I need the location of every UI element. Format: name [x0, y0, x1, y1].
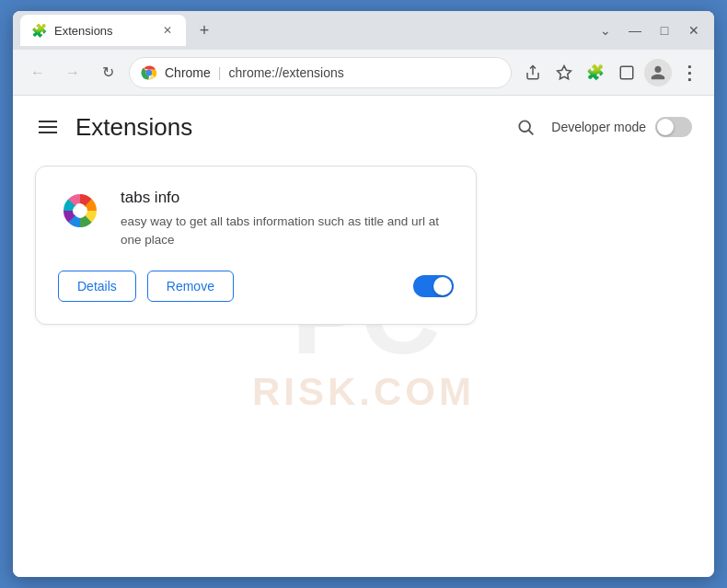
svg-rect-3 — [620, 66, 633, 79]
remove-button[interactable]: Remove — [147, 271, 234, 302]
svg-marker-2 — [558, 65, 571, 78]
new-tab-button[interactable]: + — [191, 17, 217, 43]
toolbar-icons: 🧩 ⋮ — [519, 59, 703, 86]
tab-close-button[interactable]: ✕ — [160, 23, 175, 38]
address-bar[interactable]: Chrome | chrome://extensions — [129, 57, 512, 88]
developer-mode-label: Developer mode — [551, 120, 646, 134]
extension-card-bottom: Details Remove — [58, 271, 454, 302]
svg-line-5 — [529, 131, 534, 135]
page-title: Extensions — [75, 113, 494, 142]
developer-mode-toggle[interactable] — [655, 117, 692, 137]
window-controls: ⌄ — □ ✕ — [593, 17, 707, 43]
address-brand: Chrome — [165, 65, 211, 80]
content-area: PC RISK.COM Extensions Developer mode — [13, 96, 714, 577]
extensions-icon[interactable]: 🧩 — [582, 59, 609, 86]
forward-button[interactable]: → — [59, 59, 87, 86]
developer-mode-area: Developer mode — [509, 110, 692, 144]
extension-enable-toggle[interactable] — [413, 275, 454, 297]
tab-search-icon[interactable] — [613, 59, 640, 86]
hamburger-menu-button[interactable] — [35, 117, 61, 137]
svg-point-6 — [75, 206, 85, 215]
refresh-button[interactable]: ↻ — [94, 59, 121, 86]
extension-card: tabs info easy way to get all tabs infor… — [35, 166, 477, 325]
share-icon[interactable] — [519, 59, 547, 86]
browser-window: 🧩 Extensions ✕ + ⌄ — □ ✕ ← → ↻ Chrom — [13, 11, 714, 577]
bookmark-icon[interactable] — [550, 59, 578, 86]
extension-info: tabs info easy way to get all tabs infor… — [121, 189, 454, 250]
extensions-list: tabs info easy way to get all tabs infor… — [13, 158, 714, 332]
extension-logo-icon — [58, 189, 102, 233]
profile-icon[interactable] — [644, 59, 672, 86]
hamburger-line-2 — [39, 126, 57, 128]
tab-title: Extensions — [54, 24, 113, 38]
extensions-header: Extensions Developer mode — [13, 96, 714, 158]
svg-point-4 — [520, 121, 531, 132]
chevron-down-button[interactable]: ⌄ — [593, 17, 618, 43]
toggle-knob — [657, 119, 674, 135]
active-tab[interactable]: 🧩 Extensions ✕ — [20, 15, 186, 46]
extension-name: tabs info — [121, 189, 454, 207]
details-button[interactable]: Details — [58, 271, 136, 302]
menu-icon[interactable]: ⋮ — [675, 59, 703, 86]
watermark-risk-text: RISK.COM — [252, 370, 475, 414]
tab-icon: 🧩 — [31, 23, 47, 38]
search-extensions-button[interactable] — [509, 110, 542, 144]
address-url: chrome://extensions — [228, 65, 343, 80]
extension-card-top: tabs info easy way to get all tabs infor… — [58, 189, 454, 250]
svg-point-0 — [146, 69, 153, 75]
hamburger-line-3 — [39, 132, 57, 133]
extension-toggle-knob — [433, 277, 452, 295]
toolbar: ← → ↻ Chrome | chrome://extensions — [13, 50, 714, 96]
title-bar: 🧩 Extensions ✕ + ⌄ — □ ✕ — [13, 11, 714, 50]
address-separator: | — [218, 65, 222, 80]
chrome-logo-icon — [141, 64, 157, 81]
hamburger-line-1 — [39, 121, 57, 122]
back-button[interactable]: ← — [24, 59, 52, 86]
minimize-button[interactable]: — — [622, 17, 648, 43]
maximize-button[interactable]: □ — [652, 17, 677, 43]
extension-description: easy way to get all tabs information suc… — [121, 213, 454, 250]
close-button[interactable]: ✕ — [681, 17, 707, 43]
extension-toggle-area — [413, 275, 454, 297]
